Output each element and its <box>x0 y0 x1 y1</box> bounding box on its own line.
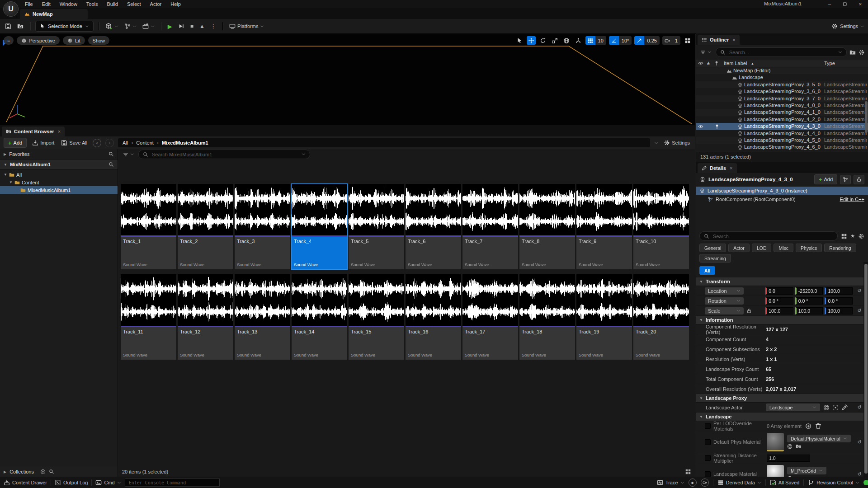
visibility-column-icon[interactable] <box>698 61 703 66</box>
output-log-button[interactable]: Output Log <box>55 479 88 486</box>
unreal-logo-icon[interactable]: U <box>3 1 19 17</box>
browse-level-button[interactable] <box>16 22 25 30</box>
save-level-button[interactable] <box>4 22 13 30</box>
details-search-box[interactable] <box>699 231 838 241</box>
override-checkbox[interactable] <box>705 439 711 445</box>
derived-data-dropdown[interactable]: Derived Data <box>717 479 761 486</box>
trace-dropdown[interactable]: Trace <box>657 479 684 486</box>
axis-value-x[interactable]: 0.0 <box>765 287 793 295</box>
lock-scale-icon[interactable] <box>746 308 752 314</box>
property-value-input[interactable]: 1.0 <box>767 455 810 462</box>
reset-to-default-icon[interactable]: ↺ <box>854 471 864 477</box>
tab-details[interactable]: Details × <box>698 163 737 173</box>
breadcrumb-item[interactable]: MixedMusicAlbum1 <box>162 140 208 145</box>
saved-search-icon[interactable] <box>302 152 306 156</box>
asset-tile-track_15[interactable]: Track_15Sound Wave <box>349 274 404 360</box>
outliner-row[interactable]: LandscapeStreamingProxy_4_3_0LandscapeSt… <box>696 123 868 130</box>
pin-icon[interactable] <box>714 124 720 129</box>
grid-snap-control[interactable]: 10 <box>585 36 606 45</box>
collections-section[interactable]: ▶ Collections <box>0 466 118 477</box>
outliner-column-header[interactable]: ★ Item Label ▲ Type <box>696 60 868 67</box>
menu-file[interactable]: File <box>21 1 37 7</box>
axis-value-z[interactable]: 100.0 <box>825 307 853 314</box>
component-instance-row[interactable]: LandscapeStreamingProxy_4_3_0 (Instance) <box>696 187 868 195</box>
close-button[interactable]: × <box>853 0 868 8</box>
override-checkbox[interactable] <box>705 423 711 429</box>
outliner-row[interactable]: LandscapeStreamingProxy_4_1_0LandscapeSt… <box>696 109 868 116</box>
outliner-row[interactable]: LandscapeStreamingProxy_3_6_0LandscapeSt… <box>696 88 868 95</box>
browse-to-asset-icon[interactable] <box>796 444 801 449</box>
add-array-element-icon[interactable] <box>805 423 811 429</box>
clear-array-icon[interactable] <box>815 423 821 429</box>
breadcrumb-item[interactable]: Content <box>136 140 154 145</box>
console-command-box[interactable] <box>125 479 220 487</box>
scale-tool-button[interactable] <box>550 36 559 45</box>
forward-button[interactable]: › <box>105 139 114 147</box>
level-viewport[interactable]: ≡ Perspective Lit Show 10 10° 0.25 <box>0 33 695 125</box>
outliner-row[interactable]: Landscape <box>696 74 868 81</box>
section-information[interactable]: ▼Information <box>696 316 868 324</box>
category-chip-general[interactable]: General <box>699 244 726 252</box>
world-space-button[interactable] <box>562 36 571 45</box>
outliner-row[interactable]: LandscapeStreamingProxy_4_2_0LandscapeSt… <box>696 116 868 123</box>
asset-tile-track_4[interactable]: Track_4Sound Wave <box>292 184 347 269</box>
play-options-button[interactable]: ⋮ <box>209 23 217 30</box>
close-tab-icon[interactable]: × <box>732 37 735 42</box>
filters-dropdown[interactable] <box>122 151 136 158</box>
axis-value-z[interactable]: 100.0 <box>825 287 853 295</box>
content-drawer-button[interactable]: Content Drawer <box>4 479 47 486</box>
asset-tile-track_9[interactable]: Track_9Sound Wave <box>576 184 632 269</box>
tree-item-content[interactable]: ▼Content <box>0 178 118 186</box>
asset-search-input[interactable] <box>151 151 299 158</box>
details-scrollbar-track[interactable] <box>863 262 868 477</box>
platforms-dropdown[interactable]: Platforms <box>228 22 265 30</box>
outliner-settings-icon[interactable] <box>859 49 865 56</box>
maximize-viewport-button[interactable] <box>683 36 692 45</box>
outliner-row[interactable]: LandscapeStreamingProxy_4_0_0LandscapeSt… <box>696 102 868 109</box>
asset-tile-track_16[interactable]: Track_16Sound Wave <box>406 274 461 360</box>
reset-to-default-icon[interactable]: ↺ <box>854 288 864 294</box>
asset-search-box[interactable] <box>138 150 310 159</box>
transform-location-dropdown[interactable]: Location <box>705 287 744 295</box>
selection-mode-dropdown[interactable]: Selection Mode <box>35 21 94 32</box>
breadcrumb-item[interactable]: All <box>123 140 128 145</box>
details-settings-icon[interactable] <box>858 233 864 239</box>
asset-tile-track_8[interactable]: Track_8Sound Wave <box>519 184 575 269</box>
scale-snap-control[interactable]: 0.25 <box>634 36 659 45</box>
override-checkbox[interactable] <box>705 455 711 461</box>
asset-tile-track_20[interactable]: Track_20Sound Wave <box>633 274 689 360</box>
surface-snap-button[interactable] <box>574 36 583 45</box>
menu-build[interactable]: Build <box>103 1 122 7</box>
category-chip-rendering[interactable]: Rendering <box>824 244 856 252</box>
outliner-row[interactable]: LandscapeStreamingProxy_3_7_0LandscapeSt… <box>696 95 868 102</box>
details-search-input[interactable] <box>712 233 833 239</box>
rotation-snap-control[interactable]: 10° <box>609 36 632 45</box>
root-component-row[interactable]: RootComponent (RootComponent0) Edit in C… <box>696 195 868 204</box>
view-options-icon[interactable] <box>685 469 691 475</box>
add-asset-button[interactable]: +Add <box>4 138 27 148</box>
path-options-icon[interactable] <box>654 141 658 145</box>
menu-help[interactable]: Help <box>166 1 185 7</box>
favorites-section[interactable]: ▶ Favorites <box>0 149 118 159</box>
menu-tools[interactable]: Tools <box>82 1 102 7</box>
search-icon[interactable] <box>108 162 114 167</box>
visibility-icon[interactable] <box>698 124 703 129</box>
asset-tile-track_13[interactable]: Track_13Sound Wave <box>235 274 290 360</box>
edit-in-cpp-link[interactable]: Edit in C++ <box>840 197 864 202</box>
frame-skip-button[interactable] <box>177 22 186 30</box>
blueprint-actions-button[interactable] <box>840 175 851 184</box>
close-tab-icon[interactable]: × <box>58 129 61 134</box>
menu-edit[interactable]: Edit <box>38 1 55 7</box>
category-chip-lod[interactable]: LOD <box>752 244 772 252</box>
use-selected-icon[interactable] <box>823 404 830 411</box>
axis-value-y[interactable]: -25200.0 <box>795 287 823 295</box>
reset-to-default-icon[interactable]: ↺ <box>854 439 864 445</box>
tab-outliner[interactable]: Outliner × <box>698 35 740 45</box>
camera-speed-control[interactable]: 1 <box>662 36 680 45</box>
outliner-row[interactable]: LandscapeStreamingProxy_4_5_0LandscapeSt… <box>696 137 868 144</box>
asset-tile-track_12[interactable]: Track_12Sound Wave <box>178 274 233 360</box>
outliner-row[interactable]: LandscapeStreamingProxy_4_4_0LandscapeSt… <box>696 130 868 137</box>
select-tool-button[interactable] <box>515 36 524 45</box>
favorites-star-icon[interactable]: ★ <box>850 233 855 239</box>
play-button[interactable]: ▶ <box>166 23 174 30</box>
